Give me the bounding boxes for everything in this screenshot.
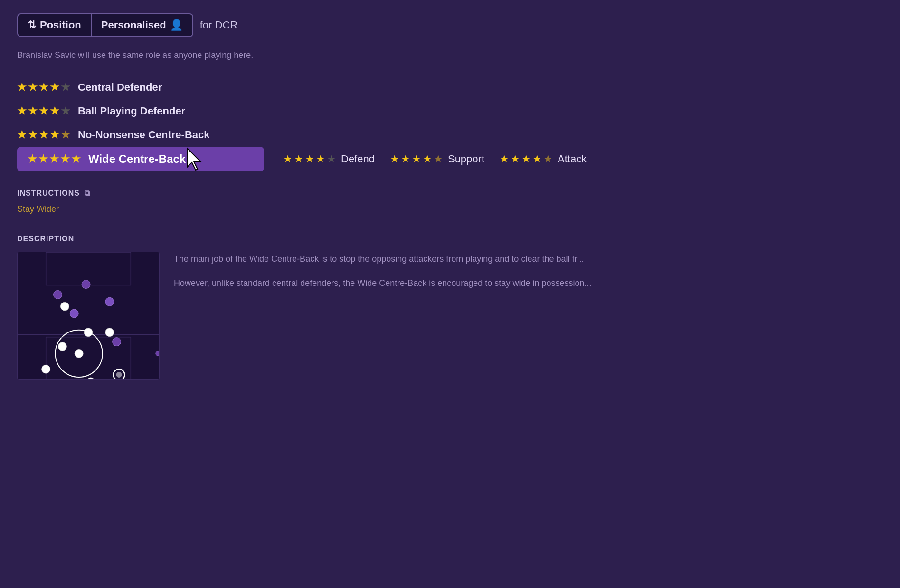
role-item-wide-centre-back[interactable]: ★ ★ ★ ★ ★ Wide Centre-Back [17, 147, 264, 171]
svg-point-18 [113, 338, 121, 346]
copy-icon[interactable]: ⧉ [85, 189, 90, 198]
position-label: Position [40, 19, 81, 31]
star-2: ★ [28, 81, 38, 94]
position-icon: ⇅ [28, 19, 36, 31]
attack-label: Attack [558, 153, 587, 165]
description-text: The main job of the Wide Centre-Back is … [174, 252, 883, 300]
instructions-section: INSTRUCTIONS ⧉ Stay Wider [17, 189, 883, 214]
duty-group: ★ ★ ★ ★ ★ Defend ★ ★ ★ ★ ★ [283, 153, 587, 165]
duty-support[interactable]: ★ ★ ★ ★ ★ Support [390, 153, 484, 165]
person-icon: 👤 [170, 19, 183, 31]
attack-stars: ★ ★ ★ ★ ★ [500, 153, 553, 165]
defend-label: Defend [341, 153, 375, 165]
star-4: ★ [50, 81, 59, 94]
ball-playing-stars: ★ ★ ★ ★ ★ [17, 105, 70, 117]
divider-1 [17, 180, 883, 180]
subtitle-text: Branislav Savic will use the same role a… [17, 50, 883, 60]
personalised-label: Personalised [101, 19, 166, 31]
svg-point-9 [42, 365, 50, 373]
star-5: ★ [61, 81, 70, 94]
svg-point-10 [75, 349, 83, 358]
role-item-no-nonsense[interactable]: ★ ★ ★ ★ ★ No-Nonsense Centre-Back [17, 123, 883, 147]
no-nonsense-label: No-Nonsense Centre-Back [78, 129, 210, 141]
header-row: ⇅ Position Personalised 👤 for DCR [17, 13, 883, 37]
support-stars: ★ ★ ★ ★ ★ [390, 153, 443, 165]
description-title: DESCRIPTION [17, 235, 883, 243]
for-dcr-text: for DCR [200, 19, 237, 31]
svg-rect-0 [18, 252, 159, 379]
duty-defend[interactable]: ★ ★ ★ ★ ★ Defend [283, 153, 375, 165]
instructions-title: INSTRUCTIONS ⧉ [17, 189, 883, 198]
instruction-tag[interactable]: Stay Wider [17, 204, 59, 214]
duty-attack[interactable]: ★ ★ ★ ★ ★ Attack [500, 153, 587, 165]
svg-point-5 [58, 342, 66, 351]
ball-playing-label: Ball Playing Defender [78, 105, 185, 117]
svg-point-17 [70, 309, 78, 318]
defend-stars: ★ ★ ★ ★ ★ [283, 153, 336, 165]
svg-point-8 [60, 302, 69, 311]
wide-centre-back-row: ★ ★ ★ ★ ★ Wide Centre-Back ★ ★ ★ ★ ★ [17, 147, 883, 171]
description-para-2: However, unlike standard central defende… [174, 276, 883, 291]
central-defender-stars: ★ ★ ★ ★ ★ [17, 81, 70, 94]
svg-point-13 [116, 372, 122, 378]
description-content: The main job of the Wide Centre-Back is … [17, 252, 883, 380]
svg-point-7 [105, 328, 114, 337]
role-list: ★ ★ ★ ★ ★ Central Defender ★ ★ ★ ★ ★ Bal… [17, 76, 883, 171]
wcb-label: Wide Centre-Back [88, 152, 186, 166]
description-section: DESCRIPTION [17, 235, 883, 380]
role-item-ball-playing-defender[interactable]: ★ ★ ★ ★ ★ Ball Playing Defender [17, 99, 883, 123]
svg-point-14 [54, 290, 62, 299]
tactical-pitch [17, 252, 160, 380]
wcb-stars: ★ ★ ★ ★ ★ [28, 153, 81, 165]
svg-point-19 [156, 351, 159, 356]
personalised-button[interactable]: Personalised 👤 [92, 13, 193, 37]
star-3: ★ [39, 81, 48, 94]
divider-2 [17, 223, 883, 223]
central-defender-label: Central Defender [78, 81, 162, 94]
svg-point-15 [105, 297, 114, 306]
svg-point-6 [84, 328, 93, 337]
svg-point-16 [82, 280, 90, 289]
role-item-central-defender[interactable]: ★ ★ ★ ★ ★ Central Defender [17, 76, 883, 99]
support-label: Support [448, 153, 484, 165]
position-button[interactable]: ⇅ Position [17, 13, 92, 37]
description-para-1: The main job of the Wide Centre-Back is … [174, 252, 883, 266]
star-1: ★ [17, 81, 27, 94]
no-nonsense-stars: ★ ★ ★ ★ ★ [17, 129, 70, 141]
